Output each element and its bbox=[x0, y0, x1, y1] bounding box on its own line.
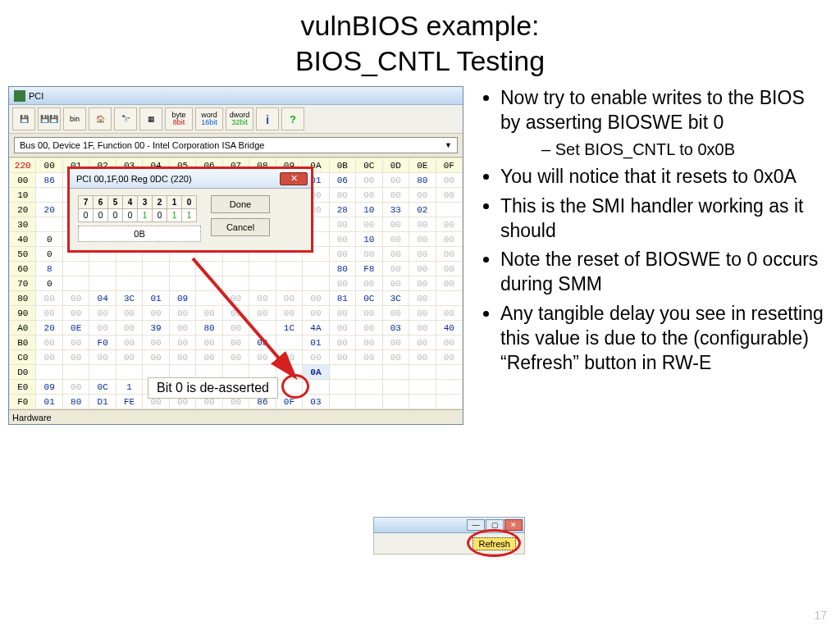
hex-cell[interactable]: 20 bbox=[36, 203, 62, 217]
hex-cell[interactable]: 00 bbox=[249, 291, 276, 306]
hex-cell[interactable]: 00 bbox=[62, 336, 89, 350]
hex-cell[interactable]: 80 bbox=[329, 262, 355, 276]
hex-cell[interactable] bbox=[303, 380, 329, 395]
hex-cell[interactable] bbox=[276, 276, 302, 291]
hex-cell[interactable]: 00 bbox=[329, 306, 355, 321]
hex-cell[interactable]: 40 bbox=[436, 321, 463, 336]
hex-cell[interactable]: 00 bbox=[356, 350, 382, 365]
hex-cell[interactable]: 00 bbox=[143, 306, 169, 321]
refresh-button[interactable]: Refresh bbox=[472, 537, 516, 550]
hex-cell[interactable]: 00 bbox=[62, 291, 89, 306]
hex-cell[interactable]: 00 bbox=[409, 276, 436, 291]
hex-cell[interactable] bbox=[249, 262, 276, 276]
hex-cell[interactable]: 00 bbox=[329, 217, 355, 232]
binoculars-icon[interactable]: 🔭 bbox=[114, 107, 137, 130]
hex-cell[interactable] bbox=[196, 262, 222, 276]
hex-cell[interactable]: 00 bbox=[276, 306, 302, 321]
hex-cell[interactable]: 80 bbox=[196, 321, 222, 336]
close-button[interactable]: ✕ bbox=[280, 172, 308, 185]
hex-cell[interactable] bbox=[409, 395, 436, 409]
hex-cell[interactable] bbox=[276, 336, 302, 350]
hex-cell[interactable]: 00 bbox=[89, 306, 116, 321]
hex-cell[interactable]: 00 bbox=[436, 188, 463, 203]
hex-cell[interactable]: 00 bbox=[356, 188, 382, 203]
hex-cell[interactable]: 09 bbox=[169, 291, 195, 306]
hex-cell[interactable]: 08 bbox=[249, 336, 276, 350]
hex-cell[interactable]: 00 bbox=[409, 247, 436, 262]
hex-cell[interactable]: 0 bbox=[36, 232, 62, 247]
hex-cell[interactable]: 00 bbox=[169, 350, 195, 365]
hex-cell[interactable]: 00 bbox=[329, 247, 355, 262]
hex-cell[interactable]: 86 bbox=[36, 173, 62, 188]
hex-cell[interactable]: 00 bbox=[409, 188, 436, 203]
hex-cell[interactable]: F0 bbox=[89, 336, 116, 350]
hex-cell[interactable] bbox=[62, 276, 89, 291]
hex-cell[interactable]: 03 bbox=[303, 395, 329, 409]
hex-cell[interactable]: 00 bbox=[36, 291, 62, 306]
hex-cell[interactable] bbox=[36, 365, 62, 380]
hex-cell[interactable] bbox=[329, 380, 355, 395]
hex-cell[interactable] bbox=[143, 276, 169, 291]
hex-cell[interactable]: 00 bbox=[36, 350, 62, 365]
hex-cell[interactable]: 3C bbox=[382, 291, 409, 306]
hex-cell[interactable]: 01 bbox=[36, 395, 62, 409]
hex-cell[interactable]: F8 bbox=[356, 262, 382, 276]
hex-cell[interactable]: 80 bbox=[62, 395, 89, 409]
info-icon[interactable]: i bbox=[256, 107, 279, 130]
hex-cell[interactable]: 00 bbox=[36, 306, 62, 321]
hex-cell[interactable]: 00 bbox=[62, 306, 89, 321]
hex-cell[interactable]: 00 bbox=[436, 173, 463, 188]
hex-cell[interactable]: 00 bbox=[382, 350, 409, 365]
hex-cell[interactable] bbox=[169, 276, 195, 291]
hex-cell[interactable] bbox=[36, 188, 62, 203]
hex-cell[interactable]: 00 bbox=[436, 350, 463, 365]
hex-cell[interactable] bbox=[303, 276, 329, 291]
hex-cell[interactable] bbox=[356, 380, 382, 395]
hex-cell[interactable] bbox=[329, 365, 355, 380]
hex-cell[interactable]: 00 bbox=[303, 350, 329, 365]
hex-cell[interactable]: 00 bbox=[62, 380, 89, 395]
hex-cell[interactable]: 00 bbox=[222, 291, 249, 306]
hex-cell[interactable] bbox=[169, 262, 195, 276]
hex-cell[interactable]: 00 bbox=[116, 336, 142, 350]
hex-cell[interactable]: 00 bbox=[89, 321, 116, 336]
hex-cell[interactable]: 00 bbox=[62, 350, 89, 365]
hex-cell[interactable]: 00 bbox=[436, 306, 463, 321]
hex-cell[interactable]: 3C bbox=[116, 291, 142, 306]
hex-cell[interactable] bbox=[249, 276, 276, 291]
hex-cell[interactable] bbox=[62, 262, 89, 276]
hex-cell[interactable] bbox=[116, 276, 142, 291]
hex-cell[interactable]: 33 bbox=[382, 203, 409, 217]
hex-cell[interactable]: 4A bbox=[303, 321, 329, 336]
bit-cell[interactable]: 1 bbox=[138, 209, 153, 222]
hex-cell[interactable]: 00 bbox=[409, 306, 436, 321]
hex-cell[interactable]: 00 bbox=[356, 217, 382, 232]
bit-cell[interactable]: 0 bbox=[123, 209, 138, 222]
hex-cell[interactable] bbox=[116, 262, 142, 276]
hex-cell[interactable]: 00 bbox=[329, 232, 355, 247]
hex-cell[interactable] bbox=[409, 365, 436, 380]
hex-cell[interactable]: 00 bbox=[196, 306, 222, 321]
hex-cell[interactable]: 00 bbox=[36, 336, 62, 350]
hex-cell[interactable]: 00 bbox=[196, 336, 222, 350]
cancel-button[interactable]: Cancel bbox=[211, 218, 270, 236]
bit-cell[interactable]: 0 bbox=[108, 209, 123, 222]
hex-cell[interactable]: 0 bbox=[36, 247, 62, 262]
bit-cell[interactable]: 1 bbox=[182, 209, 197, 222]
hex-cell[interactable]: 00 bbox=[329, 336, 355, 350]
minimize-icon[interactable]: — bbox=[467, 519, 485, 531]
hex-cell[interactable]: 00 bbox=[116, 321, 142, 336]
word-button[interactable]: word16bit bbox=[195, 107, 223, 130]
hex-cell[interactable]: 1C bbox=[276, 321, 302, 336]
close-icon[interactable]: ✕ bbox=[504, 519, 523, 531]
hex-cell[interactable]: 00 bbox=[169, 306, 195, 321]
hex-cell[interactable]: 00 bbox=[303, 306, 329, 321]
hex-cell[interactable]: 00 bbox=[382, 173, 409, 188]
hex-cell[interactable]: 00 bbox=[329, 188, 355, 203]
hex-cell[interactable]: 00 bbox=[116, 306, 142, 321]
titlebar[interactable]: PCI bbox=[9, 87, 463, 105]
hex-cell[interactable]: 00 bbox=[436, 336, 463, 350]
hex-cell[interactable]: 20 bbox=[36, 321, 62, 336]
byte-button[interactable]: byte8bit bbox=[165, 107, 193, 130]
hex-cell[interactable] bbox=[89, 365, 116, 380]
